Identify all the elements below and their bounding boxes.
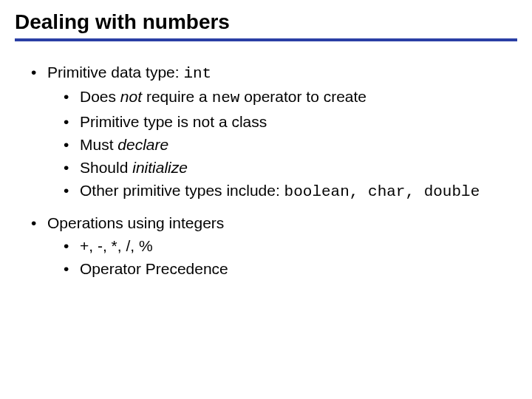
text: Should: [80, 159, 132, 176]
sub-bullet-declare: Must declare: [64, 134, 517, 154]
sub-list: +, -, *, /, % Operator Precedence: [47, 236, 517, 279]
sub-bullet-operators: +, -, *, /, %: [64, 236, 517, 256]
text: Does: [80, 88, 120, 105]
sub-list: Does not require a new operator to creat…: [47, 86, 517, 202]
sub-bullet-other-types: Other primitive types include: boolean, …: [64, 180, 517, 202]
slide-title: Dealing with numbers: [15, 10, 517, 34]
code-int: int: [183, 65, 211, 82]
bullet-primitive-data-type: Primitive data type: int Does not requir…: [31, 62, 517, 202]
sub-bullet-initialize: Should initialize: [64, 157, 517, 177]
sub-bullet-no-new: Does not require a new operator to creat…: [64, 86, 517, 108]
title-rule: [15, 38, 517, 41]
text-italic: not: [120, 88, 142, 105]
text: Other primitive types include:: [80, 182, 284, 199]
code-new: new: [212, 89, 240, 106]
bullet-list: Primitive data type: int Does not requir…: [15, 62, 517, 279]
text: require a: [142, 88, 212, 105]
text-italic: initialize: [132, 159, 188, 176]
text: Primitive data type:: [47, 64, 183, 81]
sub-bullet-precedence: Operator Precedence: [64, 259, 517, 279]
text: Must: [80, 136, 117, 153]
text-italic: declare: [117, 136, 168, 153]
text: operator to create: [239, 88, 366, 105]
bullet-operations: Operations using integers +, -, *, /, % …: [31, 213, 517, 279]
text: Operations using integers: [47, 214, 224, 231]
slide: Dealing with numbers Primitive data type…: [0, 0, 532, 399]
sub-bullet-not-class: Primitive type is not a class: [64, 112, 517, 132]
code-types: boolean, char, double: [284, 183, 480, 200]
